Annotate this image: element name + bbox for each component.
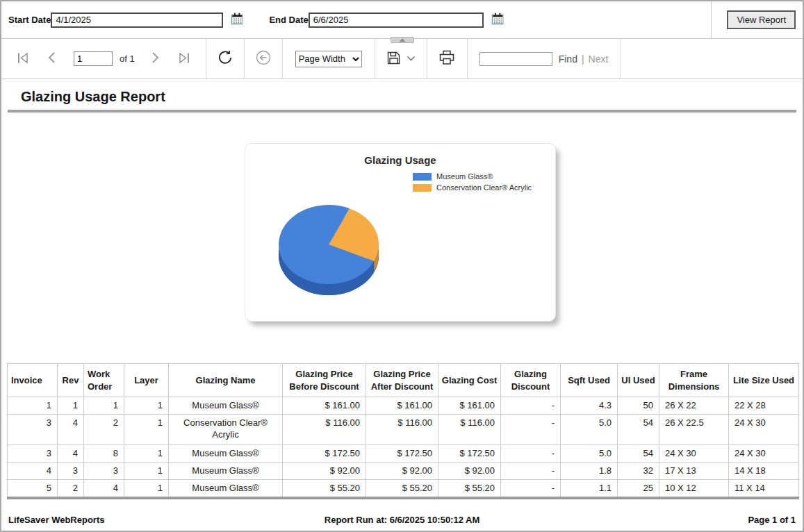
find-next-button[interactable]: Next — [589, 53, 609, 65]
table-cell: $ 161.00 — [366, 397, 438, 415]
table-cell: 8 — [84, 444, 124, 462]
page-count-label: of 1 — [120, 53, 135, 64]
column-header: Work Order — [84, 364, 124, 397]
first-page-button[interactable] — [17, 52, 29, 66]
table-cell: 4 — [8, 462, 58, 479]
table-cell: $ 92.00 — [283, 462, 366, 479]
toolbar: of 1 — [1, 39, 803, 79]
table-cell: $ 92.00 — [366, 462, 438, 479]
table-cell: $ 161.00 — [283, 397, 366, 415]
table-cell: 54 — [618, 414, 659, 444]
last-page-button[interactable] — [178, 52, 190, 66]
find-button[interactable]: Find — [559, 53, 577, 65]
table-cell: 2 — [58, 479, 84, 497]
table-cell: 1 — [124, 397, 169, 415]
table-cell: 4.3 — [561, 397, 618, 415]
collapse-params-handle[interactable] — [391, 37, 414, 43]
refresh-group — [206, 39, 245, 78]
back-group — [245, 39, 283, 78]
column-header: Sqft Used — [561, 364, 618, 397]
collapse-params-icon — [400, 38, 405, 42]
table-cell: - — [501, 462, 561, 479]
table-cell: 10 X 12 — [659, 479, 729, 497]
table-cell: $ 92.00 — [438, 462, 501, 479]
table-cell: 1 — [58, 397, 84, 415]
save-export-button[interactable] — [386, 51, 416, 67]
table-cell: 1.1 — [561, 479, 618, 497]
table-cell: 1 — [124, 462, 169, 479]
table-cell: 26 X 22 — [659, 397, 729, 415]
table-cell: 26 X 22.5 — [659, 414, 729, 444]
table-cell: - — [501, 444, 561, 462]
table-row: 1111Museum Glass®$ 161.00$ 161.00$ 161.0… — [8, 397, 799, 415]
print-button[interactable] — [438, 50, 455, 67]
column-header: Layer — [124, 364, 169, 397]
column-header: Frame Dimensions — [659, 364, 729, 397]
table-row: 3421Conservation Clear® Acrylic$ 116.00$… — [8, 414, 799, 444]
page-number-input[interactable] — [74, 51, 113, 66]
table-cell: 32 — [618, 462, 659, 479]
start-date-input[interactable] — [51, 13, 223, 28]
previous-page-button[interactable] — [47, 51, 56, 66]
table-cell: 5.0 — [561, 444, 618, 462]
table-cell: $ 172.50 — [283, 444, 366, 462]
table-cell: Museum Glass® — [169, 479, 283, 497]
table-cell: 17 X 13 — [659, 462, 729, 479]
table-cell: 3 — [84, 462, 124, 479]
save-export-icon — [386, 51, 401, 67]
report-title: Glazing Usage Report — [21, 89, 803, 105]
refresh-button[interactable] — [217, 49, 233, 68]
param-divider — [711, 1, 712, 38]
end-date-calendar-button[interactable] — [491, 13, 504, 28]
find-next-separator: | — [582, 53, 584, 65]
next-page-button[interactable] — [151, 51, 160, 66]
glazing-usage-chart-card: Glazing Usage Museum Glass® Conservation… — [245, 143, 556, 322]
start-date-calendar-button[interactable] — [231, 13, 244, 28]
calendar-icon — [491, 13, 504, 28]
column-header: Glazing Price After Discount — [366, 364, 438, 397]
end-date-label: End Date — [269, 15, 308, 25]
column-header: Lite Size Used — [729, 364, 799, 397]
table-cell: 24 X 30 — [729, 444, 799, 462]
table-cell: 4 — [84, 479, 124, 497]
table-cell: 2 — [84, 414, 124, 444]
table-row: 3481Museum Glass®$ 172.50$ 172.50$ 172.5… — [8, 444, 799, 462]
table-cell: 50 — [618, 397, 659, 415]
footer-app-name: LifeSaver WebReports — [8, 515, 325, 525]
start-date-label: Start Date — [8, 15, 51, 25]
table-cell: $ 172.50 — [366, 444, 438, 462]
table-cell: $ 116.00 — [438, 414, 501, 444]
table-cell: 25 — [618, 479, 659, 497]
glazing-table: InvoiceRevWork OrderLayerGlazing NameGla… — [7, 363, 799, 499]
back-parent-report-icon — [255, 49, 272, 68]
report-viewer: Start Date End Date — [0, 0, 804, 532]
column-header: Glazing Cost — [438, 364, 501, 397]
last-page-icon — [178, 52, 190, 66]
zoom-select[interactable]: Page Width — [295, 51, 362, 67]
find-input[interactable] — [479, 52, 552, 66]
table-cell: 3 — [8, 444, 58, 462]
previous-page-icon — [47, 51, 56, 66]
column-header: Glazing Price Before Discount — [283, 364, 366, 397]
table-cell: - — [501, 397, 561, 415]
back-to-parent-button[interactable] — [255, 49, 272, 68]
end-date-input[interactable] — [309, 13, 484, 28]
table-cell: 1 — [8, 397, 58, 415]
table-cell: $ 161.00 — [438, 397, 501, 415]
zoom-group: Page Width — [283, 39, 375, 78]
table-cell: 1.8 — [561, 462, 618, 479]
refresh-icon — [217, 49, 233, 68]
table-cell: 1 — [124, 414, 169, 444]
table-cell: 5 — [8, 479, 58, 497]
table-cell: - — [501, 414, 561, 444]
column-header: Invoice — [8, 364, 58, 397]
pie-chart — [245, 144, 557, 322]
table-cell: 14 X 18 — [729, 462, 799, 479]
column-header: UI Used — [618, 364, 659, 397]
table-cell: 3 — [58, 462, 84, 479]
table-cell: - — [501, 479, 561, 497]
table-cell: 1 — [84, 397, 124, 415]
view-report-button[interactable]: View Report — [727, 10, 796, 29]
table-cell: 11 X 14 — [729, 479, 799, 497]
page-navigation-group: of 1 — [1, 39, 206, 78]
